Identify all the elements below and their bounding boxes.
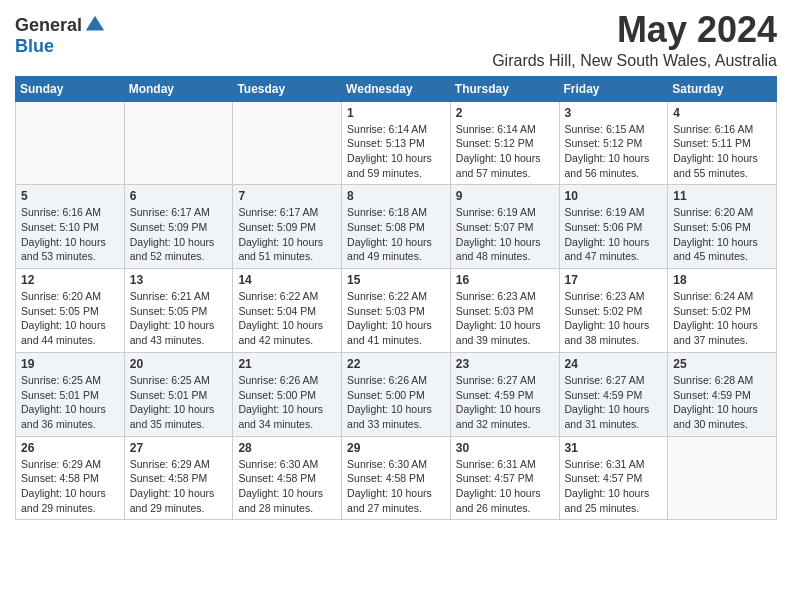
calendar-cell: 8Sunrise: 6:18 AM Sunset: 5:08 PM Daylig…: [342, 185, 451, 269]
day-number: 11: [673, 189, 771, 203]
calendar-week-row: 5Sunrise: 6:16 AM Sunset: 5:10 PM Daylig…: [16, 185, 777, 269]
calendar-cell: 9Sunrise: 6:19 AM Sunset: 5:07 PM Daylig…: [450, 185, 559, 269]
day-number: 1: [347, 106, 445, 120]
calendar-cell: [668, 436, 777, 520]
day-info: Sunrise: 6:16 AM Sunset: 5:10 PM Dayligh…: [21, 205, 119, 264]
calendar-cell: 20Sunrise: 6:25 AM Sunset: 5:01 PM Dayli…: [124, 352, 233, 436]
calendar-table: SundayMondayTuesdayWednesdayThursdayFrid…: [15, 76, 777, 521]
svg-marker-0: [86, 16, 104, 31]
day-info: Sunrise: 6:25 AM Sunset: 5:01 PM Dayligh…: [130, 373, 228, 432]
logo-general-text: General: [15, 15, 82, 36]
calendar-header-sunday: Sunday: [16, 76, 125, 101]
logo-blue-text: Blue: [15, 36, 54, 57]
day-info: Sunrise: 6:25 AM Sunset: 5:01 PM Dayligh…: [21, 373, 119, 432]
calendar-header-thursday: Thursday: [450, 76, 559, 101]
day-info: Sunrise: 6:23 AM Sunset: 5:03 PM Dayligh…: [456, 289, 554, 348]
calendar-cell: 26Sunrise: 6:29 AM Sunset: 4:58 PM Dayli…: [16, 436, 125, 520]
calendar-cell: 24Sunrise: 6:27 AM Sunset: 4:59 PM Dayli…: [559, 352, 668, 436]
day-number: 12: [21, 273, 119, 287]
day-number: 31: [565, 441, 663, 455]
day-info: Sunrise: 6:28 AM Sunset: 4:59 PM Dayligh…: [673, 373, 771, 432]
day-info: Sunrise: 6:21 AM Sunset: 5:05 PM Dayligh…: [130, 289, 228, 348]
calendar-week-row: 1Sunrise: 6:14 AM Sunset: 5:13 PM Daylig…: [16, 101, 777, 185]
day-number: 7: [238, 189, 336, 203]
day-number: 26: [21, 441, 119, 455]
calendar-header-wednesday: Wednesday: [342, 76, 451, 101]
calendar-cell: 15Sunrise: 6:22 AM Sunset: 5:03 PM Dayli…: [342, 269, 451, 353]
day-info: Sunrise: 6:14 AM Sunset: 5:13 PM Dayligh…: [347, 122, 445, 181]
day-number: 22: [347, 357, 445, 371]
calendar-cell: 12Sunrise: 6:20 AM Sunset: 5:05 PM Dayli…: [16, 269, 125, 353]
calendar-cell: [16, 101, 125, 185]
day-info: Sunrise: 6:22 AM Sunset: 5:04 PM Dayligh…: [238, 289, 336, 348]
calendar-header-friday: Friday: [559, 76, 668, 101]
day-number: 8: [347, 189, 445, 203]
day-info: Sunrise: 6:31 AM Sunset: 4:57 PM Dayligh…: [456, 457, 554, 516]
day-info: Sunrise: 6:20 AM Sunset: 5:05 PM Dayligh…: [21, 289, 119, 348]
day-number: 27: [130, 441, 228, 455]
day-info: Sunrise: 6:16 AM Sunset: 5:11 PM Dayligh…: [673, 122, 771, 181]
day-info: Sunrise: 6:29 AM Sunset: 4:58 PM Dayligh…: [21, 457, 119, 516]
calendar-week-row: 12Sunrise: 6:20 AM Sunset: 5:05 PM Dayli…: [16, 269, 777, 353]
day-number: 23: [456, 357, 554, 371]
day-info: Sunrise: 6:19 AM Sunset: 5:07 PM Dayligh…: [456, 205, 554, 264]
day-info: Sunrise: 6:29 AM Sunset: 4:58 PM Dayligh…: [130, 457, 228, 516]
calendar-cell: 2Sunrise: 6:14 AM Sunset: 5:12 PM Daylig…: [450, 101, 559, 185]
calendar-header-monday: Monday: [124, 76, 233, 101]
day-number: 28: [238, 441, 336, 455]
day-info: Sunrise: 6:24 AM Sunset: 5:02 PM Dayligh…: [673, 289, 771, 348]
day-number: 25: [673, 357, 771, 371]
calendar-cell: [233, 101, 342, 185]
day-info: Sunrise: 6:17 AM Sunset: 5:09 PM Dayligh…: [130, 205, 228, 264]
page-title: May 2024: [492, 10, 777, 50]
calendar-cell: 3Sunrise: 6:15 AM Sunset: 5:12 PM Daylig…: [559, 101, 668, 185]
day-number: 9: [456, 189, 554, 203]
calendar-cell: 13Sunrise: 6:21 AM Sunset: 5:05 PM Dayli…: [124, 269, 233, 353]
day-info: Sunrise: 6:27 AM Sunset: 4:59 PM Dayligh…: [565, 373, 663, 432]
day-number: 13: [130, 273, 228, 287]
calendar-cell: 6Sunrise: 6:17 AM Sunset: 5:09 PM Daylig…: [124, 185, 233, 269]
day-info: Sunrise: 6:23 AM Sunset: 5:02 PM Dayligh…: [565, 289, 663, 348]
calendar-cell: 1Sunrise: 6:14 AM Sunset: 5:13 PM Daylig…: [342, 101, 451, 185]
calendar-cell: 23Sunrise: 6:27 AM Sunset: 4:59 PM Dayli…: [450, 352, 559, 436]
calendar-cell: 28Sunrise: 6:30 AM Sunset: 4:58 PM Dayli…: [233, 436, 342, 520]
title-area: May 2024 Girards Hill, New South Wales, …: [492, 10, 777, 70]
calendar-cell: 17Sunrise: 6:23 AM Sunset: 5:02 PM Dayli…: [559, 269, 668, 353]
calendar-cell: 16Sunrise: 6:23 AM Sunset: 5:03 PM Dayli…: [450, 269, 559, 353]
day-info: Sunrise: 6:15 AM Sunset: 5:12 PM Dayligh…: [565, 122, 663, 181]
day-info: Sunrise: 6:30 AM Sunset: 4:58 PM Dayligh…: [347, 457, 445, 516]
day-number: 29: [347, 441, 445, 455]
calendar-cell: [124, 101, 233, 185]
day-info: Sunrise: 6:27 AM Sunset: 4:59 PM Dayligh…: [456, 373, 554, 432]
day-info: Sunrise: 6:19 AM Sunset: 5:06 PM Dayligh…: [565, 205, 663, 264]
calendar-cell: 29Sunrise: 6:30 AM Sunset: 4:58 PM Dayli…: [342, 436, 451, 520]
calendar-cell: 27Sunrise: 6:29 AM Sunset: 4:58 PM Dayli…: [124, 436, 233, 520]
page-subtitle: Girards Hill, New South Wales, Australia: [492, 52, 777, 70]
day-info: Sunrise: 6:17 AM Sunset: 5:09 PM Dayligh…: [238, 205, 336, 264]
logo-icon: [84, 14, 106, 36]
calendar-header-row: SundayMondayTuesdayWednesdayThursdayFrid…: [16, 76, 777, 101]
calendar-week-row: 26Sunrise: 6:29 AM Sunset: 4:58 PM Dayli…: [16, 436, 777, 520]
day-number: 2: [456, 106, 554, 120]
day-number: 15: [347, 273, 445, 287]
day-number: 3: [565, 106, 663, 120]
day-info: Sunrise: 6:22 AM Sunset: 5:03 PM Dayligh…: [347, 289, 445, 348]
day-info: Sunrise: 6:20 AM Sunset: 5:06 PM Dayligh…: [673, 205, 771, 264]
day-number: 30: [456, 441, 554, 455]
calendar-cell: 22Sunrise: 6:26 AM Sunset: 5:00 PM Dayli…: [342, 352, 451, 436]
day-number: 20: [130, 357, 228, 371]
header: General Blue May 2024 Girards Hill, New …: [15, 10, 777, 70]
day-number: 5: [21, 189, 119, 203]
day-info: Sunrise: 6:26 AM Sunset: 5:00 PM Dayligh…: [238, 373, 336, 432]
calendar-cell: 11Sunrise: 6:20 AM Sunset: 5:06 PM Dayli…: [668, 185, 777, 269]
calendar-cell: 21Sunrise: 6:26 AM Sunset: 5:00 PM Dayli…: [233, 352, 342, 436]
calendar-cell: 7Sunrise: 6:17 AM Sunset: 5:09 PM Daylig…: [233, 185, 342, 269]
day-info: Sunrise: 6:30 AM Sunset: 4:58 PM Dayligh…: [238, 457, 336, 516]
calendar-cell: 5Sunrise: 6:16 AM Sunset: 5:10 PM Daylig…: [16, 185, 125, 269]
calendar-week-row: 19Sunrise: 6:25 AM Sunset: 5:01 PM Dayli…: [16, 352, 777, 436]
day-number: 18: [673, 273, 771, 287]
day-number: 16: [456, 273, 554, 287]
day-number: 14: [238, 273, 336, 287]
day-number: 21: [238, 357, 336, 371]
day-info: Sunrise: 6:14 AM Sunset: 5:12 PM Dayligh…: [456, 122, 554, 181]
